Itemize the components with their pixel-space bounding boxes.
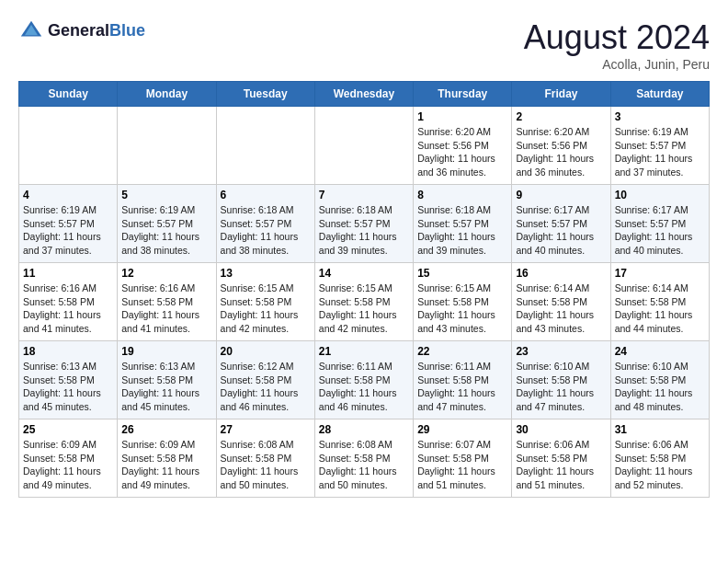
calendar-week-row: 25Sunrise: 6:09 AM Sunset: 5:58 PM Dayli… [19, 419, 710, 498]
weekday-header-row: SundayMondayTuesdayWednesdayThursdayFrid… [19, 82, 710, 107]
calendar-cell [118, 107, 216, 185]
day-number: 28 [319, 423, 409, 436]
day-info: Sunrise: 6:11 AM Sunset: 5:58 PM Dayligh… [417, 360, 507, 414]
day-number: 27 [221, 423, 311, 436]
calendar-cell: 12Sunrise: 6:16 AM Sunset: 5:58 PM Dayli… [118, 263, 216, 341]
day-number: 22 [417, 345, 507, 358]
calendar-cell: 5Sunrise: 6:19 AM Sunset: 5:57 PM Daylig… [118, 185, 216, 263]
calendar-cell: 23Sunrise: 6:10 AM Sunset: 5:58 PM Dayli… [512, 341, 610, 419]
calendar-cell: 31Sunrise: 6:06 AM Sunset: 5:58 PM Dayli… [610, 419, 709, 498]
title-block: August 2024 Acolla, Junin, Peru [524, 18, 710, 72]
calendar-cell [19, 107, 118, 185]
calendar-cell: 30Sunrise: 6:06 AM Sunset: 5:58 PM Dayli… [512, 419, 610, 498]
day-number: 3 [615, 110, 705, 123]
calendar-cell: 9Sunrise: 6:17 AM Sunset: 5:57 PM Daylig… [512, 185, 610, 263]
calendar-cell: 7Sunrise: 6:18 AM Sunset: 5:57 PM Daylig… [314, 185, 413, 263]
day-info: Sunrise: 6:18 AM Sunset: 5:57 PM Dayligh… [417, 203, 507, 258]
calendar-cell: 19Sunrise: 6:13 AM Sunset: 5:58 PM Dayli… [118, 341, 216, 419]
day-number: 20 [221, 345, 311, 358]
day-info: Sunrise: 6:20 AM Sunset: 5:56 PM Dayligh… [417, 125, 507, 179]
page-header: GeneralBlue August 2024 Acolla, Junin, P… [18, 18, 710, 72]
day-number: 18 [23, 345, 113, 358]
day-info: Sunrise: 6:16 AM Sunset: 5:58 PM Dayligh… [121, 282, 211, 336]
calendar-cell: 18Sunrise: 6:13 AM Sunset: 5:58 PM Dayli… [19, 341, 118, 419]
day-info: Sunrise: 6:09 AM Sunset: 5:58 PM Dayligh… [121, 438, 211, 492]
weekday-header: Saturday [610, 82, 709, 107]
calendar-cell: 25Sunrise: 6:09 AM Sunset: 5:58 PM Dayli… [19, 419, 118, 498]
day-number: 14 [319, 267, 409, 280]
calendar-cell: 22Sunrise: 6:11 AM Sunset: 5:58 PM Dayli… [414, 341, 512, 419]
day-number: 17 [615, 267, 705, 280]
day-info: Sunrise: 6:06 AM Sunset: 5:58 PM Dayligh… [516, 438, 606, 492]
day-info: Sunrise: 6:14 AM Sunset: 5:58 PM Dayligh… [615, 282, 705, 336]
day-number: 8 [417, 189, 507, 201]
weekday-header: Friday [512, 82, 610, 107]
calendar-cell: 16Sunrise: 6:14 AM Sunset: 5:58 PM Dayli… [512, 263, 610, 341]
location-subtitle: Acolla, Junin, Peru [524, 57, 710, 72]
day-info: Sunrise: 6:17 AM Sunset: 5:57 PM Dayligh… [516, 203, 606, 258]
day-info: Sunrise: 6:15 AM Sunset: 5:58 PM Dayligh… [417, 282, 507, 336]
day-number: 6 [221, 189, 311, 201]
day-info: Sunrise: 6:16 AM Sunset: 5:58 PM Dayligh… [23, 282, 113, 336]
calendar-cell: 24Sunrise: 6:10 AM Sunset: 5:58 PM Dayli… [610, 341, 709, 419]
day-info: Sunrise: 6:15 AM Sunset: 5:58 PM Dayligh… [221, 282, 311, 336]
day-number: 1 [417, 110, 507, 123]
calendar-cell: 20Sunrise: 6:12 AM Sunset: 5:58 PM Dayli… [216, 341, 314, 419]
day-number: 4 [23, 189, 113, 201]
day-number: 11 [23, 267, 113, 280]
day-info: Sunrise: 6:12 AM Sunset: 5:58 PM Dayligh… [221, 360, 311, 414]
day-number: 7 [319, 189, 409, 201]
day-info: Sunrise: 6:20 AM Sunset: 5:56 PM Dayligh… [516, 125, 606, 179]
calendar-table: SundayMondayTuesdayWednesdayThursdayFrid… [18, 81, 710, 498]
day-number: 26 [121, 423, 211, 436]
day-number: 15 [417, 267, 507, 280]
calendar-cell: 11Sunrise: 6:16 AM Sunset: 5:58 PM Dayli… [19, 263, 118, 341]
logo-icon [18, 18, 44, 44]
day-info: Sunrise: 6:10 AM Sunset: 5:58 PM Dayligh… [615, 360, 705, 414]
logo-text: GeneralBlue [48, 22, 145, 40]
calendar-cell: 28Sunrise: 6:08 AM Sunset: 5:58 PM Dayli… [314, 419, 413, 498]
day-number: 2 [516, 110, 606, 123]
day-info: Sunrise: 6:07 AM Sunset: 5:58 PM Dayligh… [417, 438, 507, 492]
calendar-cell: 29Sunrise: 6:07 AM Sunset: 5:58 PM Dayli… [414, 419, 512, 498]
day-number: 5 [121, 189, 211, 201]
day-info: Sunrise: 6:17 AM Sunset: 5:57 PM Dayligh… [615, 203, 705, 258]
month-title: August 2024 [524, 18, 710, 57]
weekday-header: Thursday [414, 82, 512, 107]
calendar-cell: 17Sunrise: 6:14 AM Sunset: 5:58 PM Dayli… [610, 263, 709, 341]
calendar-cell [314, 107, 413, 185]
calendar-cell [216, 107, 314, 185]
calendar-cell: 4Sunrise: 6:19 AM Sunset: 5:57 PM Daylig… [19, 185, 118, 263]
weekday-header: Wednesday [314, 82, 413, 107]
day-number: 19 [121, 345, 211, 358]
weekday-header: Sunday [19, 82, 118, 107]
calendar-cell: 15Sunrise: 6:15 AM Sunset: 5:58 PM Dayli… [414, 263, 512, 341]
logo: GeneralBlue [18, 18, 145, 44]
calendar-cell: 2Sunrise: 6:20 AM Sunset: 5:56 PM Daylig… [512, 107, 610, 185]
day-number: 24 [615, 345, 705, 358]
day-number: 13 [221, 267, 311, 280]
weekday-header: Tuesday [216, 82, 314, 107]
day-info: Sunrise: 6:13 AM Sunset: 5:58 PM Dayligh… [23, 360, 113, 414]
day-number: 31 [615, 423, 705, 436]
calendar-cell: 27Sunrise: 6:08 AM Sunset: 5:58 PM Dayli… [216, 419, 314, 498]
calendar-cell: 26Sunrise: 6:09 AM Sunset: 5:58 PM Dayli… [118, 419, 216, 498]
day-info: Sunrise: 6:19 AM Sunset: 5:57 PM Dayligh… [121, 203, 211, 258]
day-info: Sunrise: 6:09 AM Sunset: 5:58 PM Dayligh… [23, 438, 113, 492]
day-number: 10 [615, 189, 705, 201]
day-info: Sunrise: 6:08 AM Sunset: 5:58 PM Dayligh… [319, 438, 409, 492]
calendar-cell: 14Sunrise: 6:15 AM Sunset: 5:58 PM Dayli… [314, 263, 413, 341]
day-info: Sunrise: 6:13 AM Sunset: 5:58 PM Dayligh… [121, 360, 211, 414]
calendar-cell: 21Sunrise: 6:11 AM Sunset: 5:58 PM Dayli… [314, 341, 413, 419]
day-info: Sunrise: 6:15 AM Sunset: 5:58 PM Dayligh… [319, 282, 409, 336]
calendar-cell: 6Sunrise: 6:18 AM Sunset: 5:57 PM Daylig… [216, 185, 314, 263]
calendar-week-row: 1Sunrise: 6:20 AM Sunset: 5:56 PM Daylig… [19, 107, 710, 185]
calendar-cell: 1Sunrise: 6:20 AM Sunset: 5:56 PM Daylig… [414, 107, 512, 185]
day-info: Sunrise: 6:14 AM Sunset: 5:58 PM Dayligh… [516, 282, 606, 336]
day-number: 23 [516, 345, 606, 358]
day-info: Sunrise: 6:08 AM Sunset: 5:58 PM Dayligh… [221, 438, 311, 492]
day-number: 30 [516, 423, 606, 436]
day-number: 21 [319, 345, 409, 358]
day-number: 12 [121, 267, 211, 280]
day-info: Sunrise: 6:18 AM Sunset: 5:57 PM Dayligh… [221, 203, 311, 258]
